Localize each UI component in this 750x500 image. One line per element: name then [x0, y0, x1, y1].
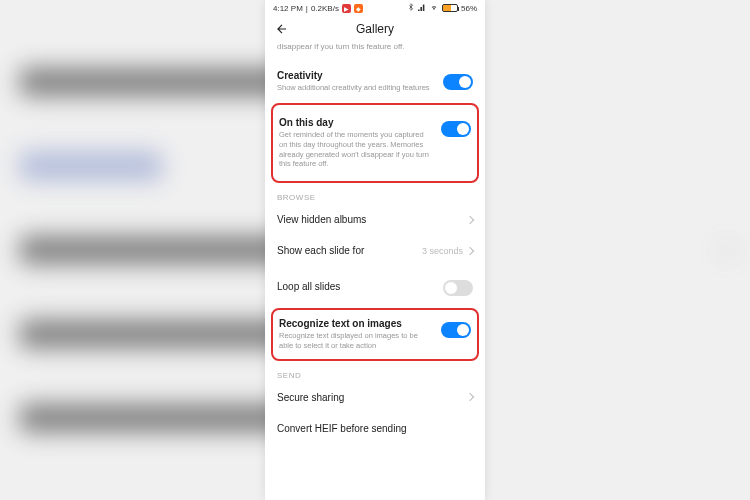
highlight-on-this-day: On this day Get reminded of the moments …	[271, 103, 479, 183]
phone-screen: 4:12 PM | 0.2KB/s ▶ ◆ 56% Gallery disapp	[265, 0, 485, 500]
setting-on-this-day: On this day Get reminded of the moments …	[279, 109, 471, 177]
setting-title: Creativity	[277, 70, 435, 81]
nav-secure-sharing[interactable]: Secure sharing	[277, 382, 473, 413]
nav-show-each-slide[interactable]: Show each slide for 3 seconds	[277, 235, 473, 266]
section-send: SEND	[277, 371, 473, 380]
youtube-icon: ▶	[342, 4, 351, 13]
bluetooth-icon	[407, 3, 415, 13]
highlight-recognize-text: Recognize text on images Recognize text …	[271, 308, 479, 361]
page-title: Gallery	[356, 22, 394, 36]
wifi-icon	[429, 3, 439, 13]
loop-slides-toggle[interactable]	[443, 280, 473, 296]
setting-recognize-text: Recognize text on images Recognize text …	[279, 314, 471, 355]
slide-duration-value: 3 seconds	[422, 246, 463, 256]
chevron-right-icon	[466, 215, 474, 223]
signal-icon	[418, 3, 426, 13]
battery-percent: 56%	[461, 4, 477, 13]
setting-creativity: Creativity Show additional creativity an…	[277, 62, 473, 101]
back-button[interactable]	[275, 22, 289, 36]
setting-title: On this day	[279, 117, 433, 128]
nav-view-hidden-albums[interactable]: View hidden albums	[277, 204, 473, 235]
settings-content: disappear if you turn this feature off. …	[265, 42, 485, 500]
status-time: 4:12 PM	[273, 4, 303, 13]
setting-convert-heif: Convert HEIF before sending	[277, 413, 473, 444]
setting-loop-slides: Loop all slides	[277, 266, 473, 306]
setting-desc: Get reminded of the moments you captured…	[279, 130, 433, 169]
creativity-toggle[interactable]	[443, 74, 473, 90]
recognize-text-toggle[interactable]	[441, 322, 471, 338]
section-browse: BROWSE	[277, 193, 473, 202]
chevron-right-icon	[466, 393, 474, 401]
setting-desc: Show additional creativity and editing f…	[277, 83, 435, 93]
truncated-prev-text: disappear if you turn this feature off.	[277, 42, 473, 52]
app-badge-icon: ◆	[354, 4, 363, 13]
header: Gallery	[265, 16, 485, 42]
status-network-speed: 0.2KB/s	[311, 4, 339, 13]
chevron-right-icon	[466, 246, 474, 254]
on-this-day-toggle[interactable]	[441, 121, 471, 137]
status-bar: 4:12 PM | 0.2KB/s ▶ ◆ 56%	[265, 0, 485, 16]
setting-desc: Recognize text displayed on images to be…	[279, 331, 433, 351]
setting-title: Recognize text on images	[279, 318, 433, 329]
battery-icon	[442, 4, 458, 12]
